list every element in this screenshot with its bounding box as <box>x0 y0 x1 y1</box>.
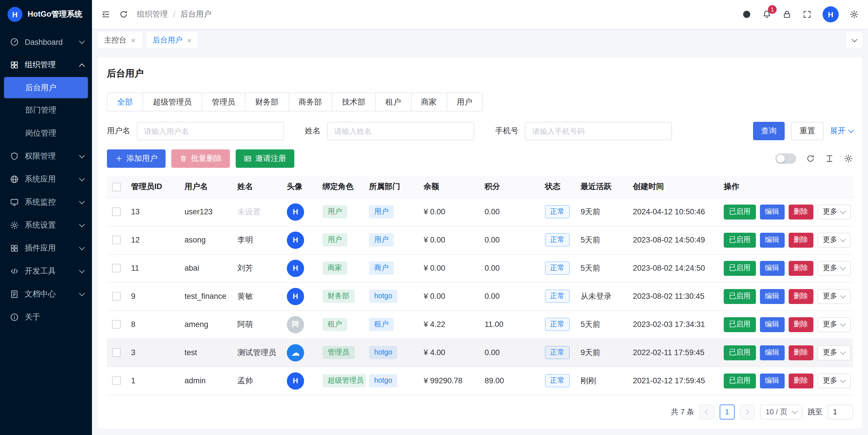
sidebar-item-org-manage[interactable]: 组织管理 <box>0 54 92 76</box>
user-avatar[interactable]: H <box>823 6 839 23</box>
delete-button[interactable]: 删除 <box>788 317 813 332</box>
striped-toggle[interactable] <box>775 153 796 164</box>
row-checkbox[interactable] <box>112 320 121 329</box>
sidebar-item-sys-app[interactable]: 系统应用 <box>0 168 92 191</box>
delete-button[interactable]: 删除 <box>788 260 813 276</box>
enabled-button[interactable]: 已启用 <box>724 345 755 360</box>
reset-button[interactable]: 重置 <box>791 122 824 140</box>
sidebar-item-about[interactable]: 关于 <box>0 306 92 329</box>
expand-toggle[interactable]: 展开 <box>830 126 853 136</box>
refresh-icon[interactable] <box>119 10 128 19</box>
lock-screen-icon[interactable] <box>782 10 792 19</box>
enabled-button[interactable]: 已启用 <box>724 260 755 276</box>
category-tab-1[interactable]: 超级管理员 <box>143 93 202 112</box>
delete-button[interactable]: 删除 <box>788 289 813 304</box>
name-input[interactable] <box>327 122 474 140</box>
edit-button[interactable]: 编辑 <box>760 204 784 219</box>
row-checkbox[interactable] <box>112 236 121 245</box>
breadcrumb-item[interactable]: 组织管理 <box>137 9 168 20</box>
category-tab-0[interactable]: 全部 <box>107 93 143 112</box>
sidebar-item-sys-monitor[interactable]: 系统监控 <box>0 191 92 214</box>
more-button[interactable]: 更多 <box>817 260 850 276</box>
tab-strip: 主控台 × 后台用户 × <box>92 29 868 52</box>
sidebar-subitem-dept-manage[interactable]: 部门管理 <box>0 99 92 122</box>
add-user-button[interactable]: 添加用户 <box>107 149 165 168</box>
more-button[interactable]: 更多 <box>817 204 850 219</box>
close-icon[interactable]: × <box>187 36 191 44</box>
sidebar-subitem-backend-users[interactable]: 后台用户 <box>4 77 88 98</box>
category-tab-7[interactable]: 商家 <box>411 93 447 112</box>
search-button[interactable]: 查询 <box>753 122 785 140</box>
select-all-checkbox[interactable] <box>112 182 121 191</box>
category-tab-5[interactable]: 技术部 <box>332 93 376 112</box>
balance-cell: ¥ 0.00 <box>420 254 481 282</box>
row-checkbox[interactable] <box>112 292 121 301</box>
settings-gear-icon[interactable] <box>849 10 859 19</box>
tab-backend-users[interactable]: 后台用户 × <box>146 32 198 48</box>
role-tag: 管理员 <box>322 346 354 359</box>
edit-button[interactable]: 编辑 <box>760 260 784 276</box>
edit-button[interactable]: 编辑 <box>760 345 784 360</box>
reload-table-icon[interactable] <box>806 154 815 163</box>
row-checkbox[interactable] <box>112 348 121 357</box>
sidebar-item-dashboard[interactable]: Dashboard <box>0 30 92 54</box>
row-checkbox[interactable] <box>112 208 121 216</box>
close-icon[interactable]: × <box>131 36 135 44</box>
admin-id-cell: 13 <box>128 198 181 226</box>
delete-button[interactable]: 删除 <box>788 345 813 360</box>
app-logo[interactable]: H HotGo管理系统 <box>0 0 92 29</box>
edit-button[interactable]: 编辑 <box>760 232 784 247</box>
more-button[interactable]: 更多 <box>817 289 850 304</box>
more-button[interactable]: 更多 <box>817 345 850 360</box>
prev-page-button[interactable] <box>699 404 714 419</box>
enabled-button[interactable]: 已启用 <box>724 317 755 332</box>
category-tab-4[interactable]: 商务部 <box>288 93 332 112</box>
more-button[interactable]: 更多 <box>817 317 850 332</box>
enabled-button[interactable]: 已启用 <box>724 232 755 247</box>
sidebar-item-plugin-app[interactable]: 插件应用 <box>0 237 92 260</box>
sidebar-item-sys-settings[interactable]: 系统设置 <box>0 214 92 237</box>
tab-console[interactable]: 主控台 × <box>98 32 142 48</box>
next-page-button[interactable] <box>740 404 754 419</box>
fullscreen-icon[interactable] <box>803 10 812 19</box>
page-size-select[interactable]: 10 / 页 <box>760 404 803 419</box>
more-button[interactable]: 更多 <box>817 232 850 247</box>
enabled-button[interactable]: 已启用 <box>724 289 755 304</box>
notifications-bell-icon[interactable]: 1 <box>762 10 771 19</box>
sidebar-item-doc-center[interactable]: 文档中心 <box>0 283 92 306</box>
more-button[interactable]: 更多 <box>817 373 850 388</box>
delete-button[interactable]: 删除 <box>788 373 813 388</box>
jump-page-input[interactable] <box>828 404 853 419</box>
edit-button[interactable]: 编辑 <box>760 373 784 388</box>
chevron-down-icon <box>79 267 85 273</box>
menu-fold-icon[interactable] <box>101 10 111 19</box>
edit-button[interactable]: 编辑 <box>760 317 784 332</box>
points-cell: 0.00 <box>481 198 541 226</box>
page-number-button[interactable]: 1 <box>719 404 734 419</box>
category-tab-3[interactable]: 财务部 <box>245 93 289 112</box>
tab-options-button[interactable] <box>846 32 862 48</box>
row-checkbox[interactable] <box>112 377 121 385</box>
category-tab-6[interactable]: 租户 <box>375 93 411 112</box>
table-settings-gear-icon[interactable] <box>844 154 853 163</box>
name-cell: 测试管理员 <box>234 338 283 367</box>
enabled-button[interactable]: 已启用 <box>724 373 755 388</box>
status-cell: 正常 <box>541 198 577 226</box>
username-cell: user123 <box>181 198 234 226</box>
sidebar-item-perm-manage[interactable]: 权限管理 <box>0 145 92 168</box>
enabled-button[interactable]: 已启用 <box>724 204 755 219</box>
github-icon[interactable] <box>742 10 751 19</box>
sidebar-item-dev-tools[interactable]: 开发工具 <box>0 260 92 283</box>
sidebar-subitem-post-manage[interactable]: 岗位管理 <box>0 122 92 145</box>
username-input[interactable] <box>136 122 284 140</box>
invite-register-button[interactable]: 邀请注册 <box>236 149 294 168</box>
category-tab-2[interactable]: 管理员 <box>202 93 245 112</box>
row-checkbox[interactable] <box>112 264 121 273</box>
row-height-icon[interactable] <box>825 154 834 163</box>
delete-button[interactable]: 删除 <box>788 232 813 247</box>
delete-button[interactable]: 删除 <box>788 204 813 219</box>
phone-input[interactable] <box>525 122 672 140</box>
batch-delete-button[interactable]: 批量删除 <box>171 149 230 168</box>
edit-button[interactable]: 编辑 <box>760 289 784 304</box>
category-tab-8[interactable]: 用户 <box>446 93 483 112</box>
